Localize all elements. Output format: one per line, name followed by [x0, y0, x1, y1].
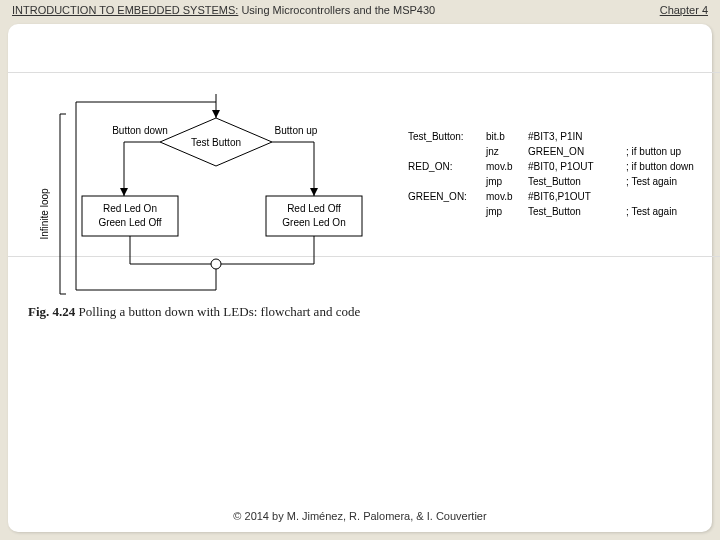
slide-page: Infinite loop Test Button Button down Bu… [8, 24, 712, 532]
figure-caption: Fig. 4.24 Polling a button down with LED… [28, 304, 360, 320]
infinite-loop-label: Infinite loop [39, 188, 50, 240]
box-led-up [266, 196, 362, 236]
decision-label: Test Button [191, 137, 241, 148]
assembly-code: Test_Button:bit.b#BIT3, P1IN jnzGREEN_ON… [408, 129, 718, 219]
book-title-sub: Using Microcontrollers and the MSP430 [238, 4, 435, 16]
branch-left-label: Button down [112, 125, 168, 136]
chapter-label: Chapter 4 [660, 4, 708, 16]
arrowhead-left [120, 188, 128, 196]
code-row: Test_Button:bit.b#BIT3, P1IN [408, 129, 700, 144]
flowchart: Infinite loop Test Button Button down Bu… [36, 84, 396, 314]
copyright-footer: © 2014 by M. Jiménez, R. Palomera, & I. … [8, 510, 712, 522]
arrowhead-entry [212, 110, 220, 118]
branch-right-label: Button up [275, 125, 318, 136]
code-row: jnzGREEN_ON; if button up [408, 144, 700, 159]
book-title: INTRODUCTION TO EMBEDDED SYSTEMS: Using … [12, 4, 435, 16]
box-left-line1: Red Led On [103, 203, 157, 214]
merge-node [211, 259, 221, 269]
box-right-line1: Red Led Off [287, 203, 341, 214]
code-row: RED_ON:mov.b#BIT0, P1OUT; if button down [408, 159, 700, 174]
box-left-line2: Green Led Off [98, 217, 161, 228]
code-table: Test_Button:bit.b#BIT3, P1IN jnzGREEN_ON… [408, 129, 700, 219]
figure-number: Fig. 4.24 [28, 304, 75, 319]
figure-caption-text: Polling a button down with LEDs: flowcha… [75, 304, 360, 319]
code-row: GREEN_ON:mov.b#BIT6,P1OUT [408, 189, 700, 204]
arrowhead-right [310, 188, 318, 196]
box-led-down [82, 196, 178, 236]
divider-top [8, 72, 720, 73]
bracket [60, 114, 66, 294]
box-right-line2: Green Led On [282, 217, 345, 228]
code-row: jmpTest_Button; Test again [408, 204, 700, 219]
book-title-main: INTRODUCTION TO EMBEDDED SYSTEMS: [12, 4, 238, 16]
code-row: jmpTest_Button; Test again [408, 174, 700, 189]
